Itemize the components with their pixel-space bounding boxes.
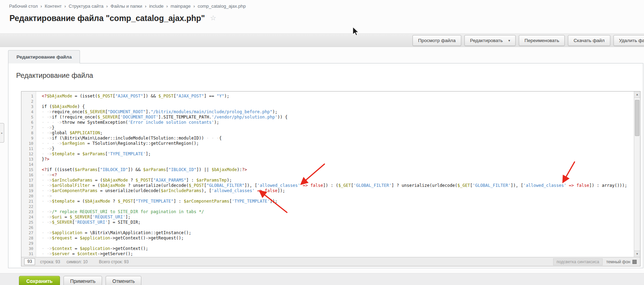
breadcrumb-item[interactable]: include	[149, 4, 163, 9]
view-file-label: Просмотр файла	[418, 38, 456, 43]
favorite-star-icon[interactable]: ☆	[210, 14, 216, 22]
download-file-button[interactable]: Скачать файл	[568, 35, 610, 46]
code-line	[42, 225, 634, 230]
line-number: 2	[21, 99, 36, 104]
code-line: · ·>$_SERVER['REQUEST_URI'] = SITE_DIR;	[42, 220, 634, 225]
line-number: 31	[21, 251, 36, 257]
footer-actions: Сохранить Применить Отменить	[0, 273, 644, 285]
line-number: 18	[21, 183, 36, 188]
code-line	[42, 99, 634, 104]
tab-file-editing[interactable]: Редактирование файла	[8, 50, 80, 63]
apply-button[interactable]: Применить	[63, 276, 102, 285]
rename-label: Переименовать	[524, 38, 559, 43]
code-line	[42, 204, 634, 209]
code-line: · ·>require_once($_SERVER["DOCUMENT_ROOT…	[42, 109, 634, 115]
breadcrumb-item[interactable]: Структура сайта	[69, 4, 103, 9]
line-number: 30	[21, 246, 36, 251]
line-number: 25	[21, 220, 36, 225]
code-line: · ·>/* replace REQUEST_URI to SITE_DIR f…	[42, 209, 634, 215]
content-panel: Редактирование файла 1234567891011121314…	[8, 63, 643, 268]
line-number: 28	[21, 236, 36, 241]
code-line: · ·>if (\Bitrix\Main\Loader::includeModu…	[42, 136, 634, 141]
line-number: 6	[21, 120, 36, 125]
line-numbers: 1234567891011121314151617181920212223242…	[21, 91, 36, 257]
status-total-lines: Всего строк: 93	[99, 259, 129, 264]
code-line: }?>	[42, 157, 634, 162]
code-line: · ·>$template = ($bAjaxMode ? $_POST["TY…	[42, 199, 634, 204]
breadcrumb-item[interactable]: comp_catalog_ajax.php	[197, 4, 246, 9]
section-heading: Редактирование файла	[16, 71, 640, 80]
scrollbar-thumb[interactable]	[635, 100, 639, 136]
edit-label: Редактировать	[470, 38, 503, 43]
delete-label: Удалить файл	[619, 38, 644, 43]
code-line: · ·>$arComponentParams = unserialize(url…	[42, 188, 634, 194]
breadcrumb-separator-icon: ›	[145, 4, 146, 9]
line-number: 14	[21, 162, 36, 167]
line-number: 7	[21, 125, 36, 130]
line-number: 4	[21, 109, 36, 115]
view-file-button[interactable]: Просмотр файла	[412, 35, 461, 46]
dark-background-toggle[interactable]: темный фон	[606, 259, 637, 264]
code-line: · ·>$context = $application->getContext(…	[42, 246, 634, 251]
page-header: Редактирование файла "comp_catalog_ajax.…	[9, 13, 644, 24]
code-line: · ·>$arIncludeParams = ($bAjaxMode ? $_P…	[42, 178, 634, 183]
sidebar-expand-handle[interactable]: ▸	[0, 123, 4, 143]
code-line: · ·><?	[42, 172, 634, 178]
scroll-up-icon[interactable]: ▲	[634, 91, 640, 98]
rename-button[interactable]: Переименовать	[519, 35, 565, 46]
expand-icon: ▸	[1, 131, 2, 135]
line-number: 1	[21, 94, 36, 99]
line-number: 23	[21, 209, 36, 215]
code-line: · ·>global $APPLICATION;	[42, 130, 634, 136]
line-number: 24	[21, 215, 36, 220]
breadcrumb-item[interactable]: mainpage	[170, 4, 190, 9]
chevron-down-icon: ▾	[508, 39, 510, 42]
line-number: 22	[21, 204, 36, 209]
line-number: 8	[21, 130, 36, 136]
line-number: 26	[21, 225, 36, 230]
save-button[interactable]: Сохранить	[19, 276, 60, 285]
breadcrumb-separator-icon: ›	[166, 4, 168, 9]
line-number: 16	[21, 172, 36, 178]
code-line: <?if ((isset($arParams["IBLOCK_ID"]) && …	[42, 167, 634, 172]
code-line: · ·>$uri = $_SERVER['REQUEST_URI'];	[42, 215, 634, 220]
code-line: · ·>$template = $arParams['TYPE_TEMPLATE…	[42, 151, 634, 157]
cancel-button[interactable]: Отменить	[106, 276, 141, 285]
line-number: 10	[21, 141, 36, 146]
status-char: символ: 10	[66, 259, 88, 264]
dark-theme-swatch-icon	[632, 260, 637, 264]
line-number: 12	[21, 151, 36, 157]
line-number: 19	[21, 188, 36, 194]
breadcrumb-separator-icon: ›	[106, 4, 108, 9]
download-label: Скачать файл	[573, 38, 604, 43]
vertical-scrollbar[interactable]: ▲ ▼	[634, 91, 640, 257]
breadcrumb-item[interactable]: Рабочий стол	[9, 4, 38, 9]
code-lines[interactable]: <?$bAjaxMode = (isset($_POST["AJAX_POST"…	[36, 91, 634, 257]
line-number: 11	[21, 146, 36, 151]
breadcrumb-separator-icon: ›	[41, 4, 42, 9]
editor-status-bar: 93 строка: 93 символ: 10 Всего строк: 93…	[21, 257, 640, 266]
dark-background-label: темный фон	[606, 259, 630, 264]
line-number: 15	[21, 167, 36, 172]
line-number: 29	[21, 241, 36, 246]
current-line-badge: 93	[24, 258, 35, 265]
status-line: строка: 93	[40, 259, 60, 264]
breadcrumb-item[interactable]: Контент	[45, 4, 62, 9]
syntax-highlight-toggle[interactable]: подсветка синтаксиса	[553, 258, 603, 265]
breadcrumb-item[interactable]: Файлы и папки	[110, 4, 142, 9]
code-line: · ·>$application = \Bitrix\Main\Applicat…	[42, 230, 634, 236]
code-line: · · · ·>throw new SystemException('Error…	[42, 120, 634, 125]
code-line: · ·>	[42, 194, 634, 199]
edit-dropdown-button[interactable]: Редактировать▾	[464, 35, 516, 46]
line-number: 3	[21, 104, 36, 109]
code-line	[42, 241, 634, 246]
line-number: 27	[21, 230, 36, 236]
line-number: 21	[21, 199, 36, 204]
delete-file-button[interactable]: Удалить файл	[613, 35, 644, 46]
breadcrumb-separator-icon: ›	[193, 4, 195, 9]
code-line: · ·>$server = $context->getServer();	[42, 251, 634, 257]
editor-main: 1234567891011121314151617181920212223242…	[21, 91, 640, 257]
scroll-down-icon[interactable]: ▼	[634, 251, 640, 257]
line-number: 13	[21, 157, 36, 162]
code-editor: 1234567891011121314151617181920212223242…	[21, 91, 640, 266]
